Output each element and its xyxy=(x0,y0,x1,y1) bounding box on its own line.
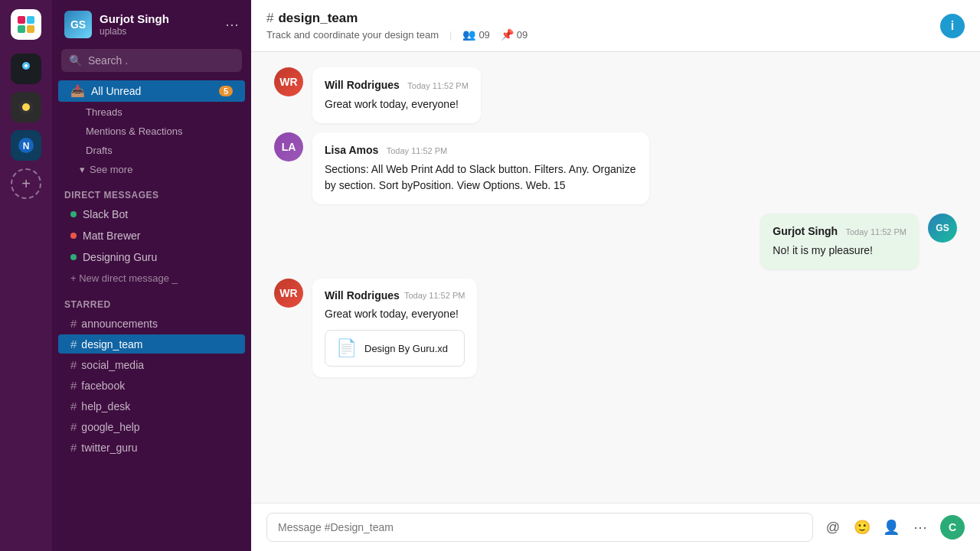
pin-count[interactable]: 📌 09 xyxy=(501,28,528,41)
pin-count-value: 09 xyxy=(517,29,528,41)
dm-slack-bot-label: Slack Bot xyxy=(83,208,128,220)
will-avatar-2: WR xyxy=(274,279,303,308)
channel-name-title: design_team xyxy=(278,11,358,26)
svg-point-1 xyxy=(24,64,28,67)
attachment-name: Design By Guru.xd xyxy=(364,343,448,354)
app-logo[interactable] xyxy=(11,9,41,40)
nav-drafts[interactable]: Drafts xyxy=(58,142,245,159)
dm-slack-bot[interactable]: Slack Bot xyxy=(58,204,245,224)
drafts-label: Drafts xyxy=(86,145,113,156)
message-input-area: @ 🙂 👤 ⋯ C xyxy=(251,503,980,551)
msg-sender-1: Will Rodrigues xyxy=(325,79,400,91)
message-bubble-4: Will Rodrigues Today 11:52 PM Great work… xyxy=(312,279,477,377)
msg-sender-4: Will Rodrigues xyxy=(325,289,400,302)
workspace-sub: uplabs xyxy=(100,26,169,37)
channel-help-desk[interactable]: # help_desk xyxy=(58,396,245,416)
more-options-button[interactable]: ⋯ xyxy=(225,16,239,33)
channel-social-media-label: social_media xyxy=(81,359,144,371)
dm-designing-guru[interactable]: Designing Guru xyxy=(58,247,245,267)
nav-see-more[interactable]: ▾ See more xyxy=(58,161,245,178)
channel-description: Track and coordinate your design team xyxy=(266,29,439,41)
send-button[interactable]: C xyxy=(940,515,965,540)
pin-icon: 📌 xyxy=(501,28,514,41)
more-options-button[interactable]: ⋯ xyxy=(910,517,931,538)
msg-time-2: Today 11:52 PM xyxy=(387,146,448,155)
msg-text-2: Sections: All Web Print Add to Slack but… xyxy=(325,161,637,194)
nav-threads[interactable]: Threads xyxy=(58,103,245,121)
svg-point-3 xyxy=(22,103,30,111)
channel-announcements[interactable]: # announcements xyxy=(58,314,245,333)
message-row-4: WR Will Rodrigues Today 11:52 PM Great w… xyxy=(274,279,957,377)
dm-section-header: DIRECT MESSAGES xyxy=(52,179,251,204)
workspace-text: Gurjot Singh uplabs xyxy=(100,12,169,37)
add-workspace-button[interactable]: + xyxy=(11,168,41,199)
see-more-label: See more xyxy=(90,164,132,175)
hash-icon-6: # xyxy=(70,420,77,433)
msg-sender-3: Gurjot Singh xyxy=(773,225,838,237)
mention-person-button[interactable]: 👤 xyxy=(880,517,902,538)
dm-designing-guru-label: Designing Guru xyxy=(83,251,157,263)
message-input[interactable] xyxy=(266,513,813,542)
nav-all-unread[interactable]: 📥 All Unread 5 xyxy=(58,80,245,102)
gurjot-avatar: GS xyxy=(928,214,957,243)
channel-twitter-guru-label: twitter_guru xyxy=(81,442,137,454)
message-row-3: GS Gurjot Singh Today 11:52 PM No! it is… xyxy=(274,214,957,269)
input-toolbar: @ 🙂 👤 ⋯ xyxy=(822,517,931,538)
workspace-icon-3[interactable]: N xyxy=(11,130,41,161)
channel-header-left: # design_team Track and coordinate your … xyxy=(266,11,528,41)
away-status-dot xyxy=(70,233,77,239)
dm-matt-brewer-label: Matt Brewer xyxy=(83,230,140,242)
channel-hash-prefix: # xyxy=(266,11,273,26)
hash-icon-7: # xyxy=(70,441,77,454)
channel-title: # design_team xyxy=(266,11,528,26)
channel-design-team-label: design_team xyxy=(81,338,142,350)
msg-text-1: Great work today, everyone! xyxy=(325,96,469,112)
icon-bar: N + xyxy=(0,0,52,551)
msg-time-3: Today 11:52 PM xyxy=(846,227,907,236)
channel-twitter-guru[interactable]: # twitter_guru xyxy=(58,438,245,457)
search-bar[interactable]: 🔍 Search . xyxy=(61,49,242,72)
file-attachment[interactable]: 📄 Design By Guru.xd xyxy=(325,330,465,367)
channel-info-button[interactable]: i xyxy=(940,14,965,38)
file-icon: 📄 xyxy=(336,338,357,358)
workspace-info[interactable]: GS Gurjot Singh uplabs xyxy=(64,11,169,38)
workspace-icon-1[interactable] xyxy=(11,54,41,84)
emoji-button[interactable]: 🙂 xyxy=(851,517,873,538)
hash-icon-3: # xyxy=(70,358,77,371)
member-count-value: 09 xyxy=(479,29,489,41)
online-status-dot-2 xyxy=(70,254,77,260)
message-bubble-3: Gurjot Singh Today 11:52 PM No! it is my… xyxy=(760,214,919,269)
message-bubble-1: Will Rodrigues Today 11:52 PM Great work… xyxy=(312,67,481,123)
sidebar-header: GS Gurjot Singh uplabs ⋯ xyxy=(52,0,251,46)
msg-time-4: Today 11:52 PM xyxy=(404,291,466,300)
at-mention-button[interactable]: @ xyxy=(822,517,844,538)
dm-matt-brewer[interactable]: Matt Brewer xyxy=(58,226,245,246)
user-avatar: GS xyxy=(64,11,92,38)
unread-badge: 5 xyxy=(219,86,233,96)
slack-logo-icon xyxy=(18,16,34,33)
new-dm-button[interactable]: + New direct message _ xyxy=(58,269,245,288)
svg-text:N: N xyxy=(23,141,30,152)
channel-header-right: i xyxy=(940,14,965,38)
chevron-down-icon: ▾ xyxy=(80,164,85,175)
member-count[interactable]: 👥 09 xyxy=(462,28,489,41)
workspace-icon-2[interactable] xyxy=(11,92,41,122)
msg-text-4: Great work today, everyone! xyxy=(325,306,465,322)
search-icon: 🔍 xyxy=(69,54,82,67)
channel-facebook[interactable]: # facebook xyxy=(58,376,245,395)
hash-icon-2: # xyxy=(70,337,77,350)
mentions-label: Mentions & Reactions xyxy=(86,126,182,137)
main-content: # design_team Track and coordinate your … xyxy=(251,0,980,551)
channel-facebook-label: facebook xyxy=(81,380,125,392)
hash-icon: # xyxy=(70,317,77,330)
messages-area: WR Will Rodrigues Today 11:52 PM Great w… xyxy=(251,52,980,503)
channel-google-help[interactable]: # google_help xyxy=(58,417,245,436)
message-row-1: WR Will Rodrigues Today 11:52 PM Great w… xyxy=(274,67,957,123)
channel-social-media[interactable]: # social_media xyxy=(58,355,245,374)
workspace-name: Gurjot Singh xyxy=(100,12,169,26)
will-avatar: WR xyxy=(274,67,303,96)
channel-design-team[interactable]: # design_team xyxy=(58,334,245,354)
channel-help-desk-label: help_desk xyxy=(81,400,130,412)
nav-mentions[interactable]: Mentions & Reactions xyxy=(58,122,245,140)
search-placeholder-text: Search . xyxy=(88,54,128,67)
